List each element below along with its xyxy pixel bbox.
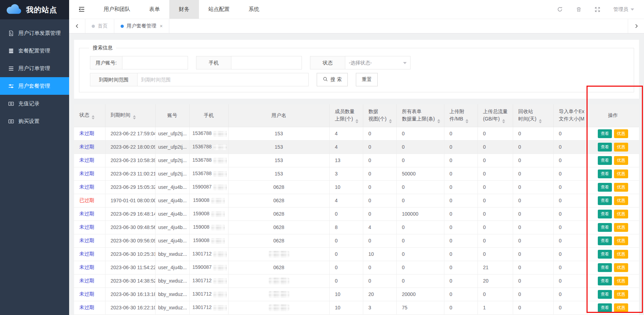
status-link[interactable]: 未过期 [79,264,94,270]
promo-button[interactable]: 优惠 [614,183,628,192]
account-input[interactable] [122,56,188,69]
status-link[interactable]: 未过期 [79,278,94,283]
status-link[interactable]: 已过期 [79,197,94,203]
sort-icon[interactable] [133,115,136,119]
status-link[interactable]: 未过期 [79,184,94,190]
topnav-item-1[interactable]: 表单 [140,0,169,19]
tab-current[interactable]: 用户套餐管理 × [114,19,169,33]
view-button[interactable]: 查看 [598,183,612,192]
cell-value-2: 0 [396,274,444,288]
sidebar-item-3[interactable]: 用户套餐管理 [0,77,69,95]
trash-icon[interactable] [576,7,582,12]
status-link[interactable]: 未过期 [79,224,94,230]
sort-icon[interactable] [539,119,542,123]
status-link[interactable]: 未过期 [79,211,94,216]
status-link[interactable]: 未过期 [79,237,94,243]
cell-status: 未过期 [74,207,105,221]
view-button[interactable]: 查看 [598,210,612,218]
topnav-item-4[interactable]: 系统 [239,0,269,19]
promo-button[interactable]: 优惠 [614,196,628,205]
cloud-logo-icon [5,3,23,17]
promo-button[interactable]: 优惠 [614,223,628,232]
promo-button[interactable]: 优惠 [614,143,628,152]
cell-account: user_4ju4b... [155,261,189,274]
topnav-item-2[interactable]: 财务 [169,0,199,19]
sort-icon[interactable] [502,119,505,123]
column-header-1[interactable]: 到期时间 [105,104,155,127]
sidebar-item-1[interactable]: 套餐配置管理 [0,42,69,60]
promo-button[interactable]: 优惠 [614,303,628,312]
view-button[interactable]: 查看 [598,303,612,312]
status-link[interactable]: 未过期 [79,291,94,297]
view-button[interactable]: 查看 [598,236,612,245]
phone-input[interactable] [231,56,302,69]
column-header-7[interactable]: 所有表单数据量上限(条) [396,104,444,127]
cell-value-3: 0 [444,274,478,288]
close-tab-icon[interactable]: × [160,23,163,29]
status-link[interactable]: 未过期 [79,251,94,257]
column-header-9[interactable]: 上传总流量(GB/年) [478,104,513,127]
tabs-scroll-left-icon[interactable] [69,19,85,33]
sort-icon[interactable] [437,119,440,123]
phone-label: 手机 [196,56,231,69]
status-link[interactable]: 未过期 [79,171,94,176]
promo-button[interactable]: 优惠 [614,250,628,259]
cell-expire-time: 2023-06-23 11:00:21 [105,167,155,180]
sort-icon[interactable] [356,119,358,123]
view-button[interactable]: 查看 [598,263,612,272]
cell-value-6: 0 [553,127,587,140]
refresh-icon[interactable] [557,6,563,12]
sort-icon[interactable] [389,119,392,123]
cell-value-4: 0 [478,154,513,167]
column-header-8[interactable]: 上传附件/MB [444,104,478,127]
sidebar-item-2[interactable]: 用户订单管理 [0,60,69,77]
tabs-scroll-right-icon[interactable] [628,19,644,33]
collapse-sidebar-icon[interactable] [78,6,85,12]
cell-actions: 查看优惠 [587,194,639,207]
status-link[interactable]: 未过期 [79,304,94,310]
topnav-item-0[interactable]: 用户和团队 [94,0,140,19]
column-header-10[interactable]: 回收站时间(天) [513,104,553,127]
view-button[interactable]: 查看 [598,250,612,259]
sidebar-item-4[interactable]: 充值记录 [0,95,69,112]
promo-button[interactable]: 优惠 [614,277,628,285]
view-button[interactable]: 查看 [598,156,612,165]
column-header-6[interactable]: 数据视图(个) [363,104,396,127]
view-button[interactable]: 查看 [598,196,612,205]
date-range-input[interactable] [138,73,309,86]
view-button[interactable]: 查看 [598,277,612,285]
view-button[interactable]: 查看 [598,223,612,232]
admin-dropdown[interactable]: 管理员 [613,6,634,13]
cell-status: 未过期 [74,167,105,180]
view-button[interactable]: 查看 [598,290,612,299]
view-button[interactable]: 查看 [598,143,612,152]
column-header-0[interactable]: 状态 [74,104,105,127]
cell-value-5: 0 [513,288,553,301]
status-link[interactable]: 未过期 [79,144,94,149]
cell-value-2: 0 [396,127,444,140]
status-select[interactable]: -选择状态- [345,56,411,69]
promo-button[interactable]: 优惠 [614,290,628,299]
promo-button[interactable]: 优惠 [614,129,628,138]
view-button[interactable]: 查看 [598,169,612,178]
promo-button[interactable]: 优惠 [614,156,628,165]
status-link[interactable]: 未过期 [79,157,94,163]
status-link[interactable]: 未过期 [79,130,94,136]
redacted-phone [213,292,227,297]
sort-icon[interactable] [92,115,95,119]
sidebar-item-5[interactable]: 购买设置 [0,112,69,130]
tab-home[interactable]: 首页 [85,19,114,33]
promo-button[interactable]: 优惠 [614,210,628,218]
topnav-item-3[interactable]: 站点配置 [199,0,239,19]
sort-icon[interactable] [466,119,468,123]
view-button[interactable]: 查看 [598,129,612,138]
search-button[interactable]: 搜 索 [317,73,348,86]
table-row: 未过期2023-06-30 11:54:22user_4ju4b...15900… [74,261,639,274]
promo-button[interactable]: 优惠 [614,236,628,245]
column-header-5[interactable]: 成员数量上限(个) [329,104,363,127]
promo-button[interactable]: 优惠 [614,263,628,272]
fullscreen-icon[interactable] [595,7,600,12]
sidebar-item-0[interactable]: 用户订单发票管理 [0,24,69,42]
promo-button[interactable]: 优惠 [614,169,628,178]
reset-button[interactable]: 重置 [356,73,378,86]
